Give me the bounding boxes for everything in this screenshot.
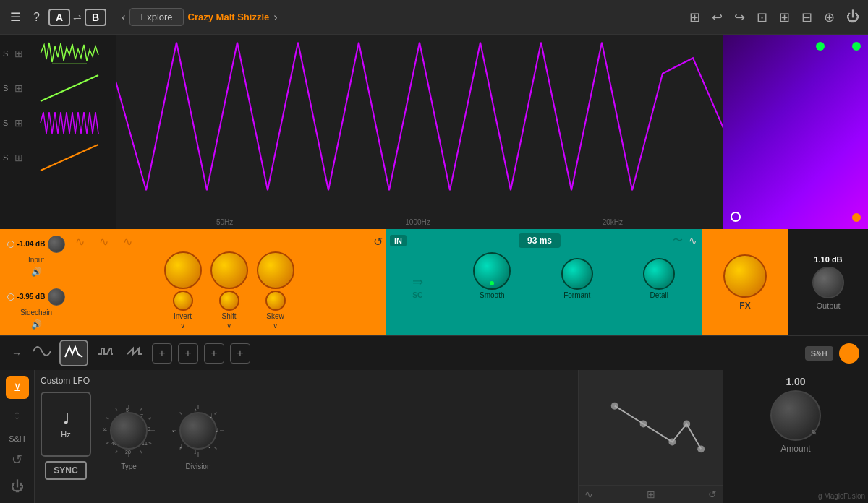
reset-icon[interactable]: ↺ xyxy=(373,235,383,249)
division-label: Division xyxy=(185,463,210,470)
type-knob[interactable] xyxy=(110,412,148,450)
a-button[interactable]: A xyxy=(48,9,70,26)
wave-custom-button[interactable] xyxy=(59,340,88,366)
grid-icon-1[interactable]: ⊞ xyxy=(14,48,23,59)
svg-text:9: 9 xyxy=(148,426,150,431)
view-button3[interactable]: ⊟ xyxy=(799,8,815,27)
xy-dot-bottom-left[interactable] xyxy=(731,212,741,222)
lfo-power-button[interactable]: ⏻ xyxy=(8,476,27,497)
sh-button[interactable]: S&H xyxy=(805,346,833,361)
b-button[interactable]: B xyxy=(85,9,106,26)
formant-label: Formant xyxy=(563,291,590,299)
grid-icon-4[interactable]: ⊞ xyxy=(14,152,23,163)
sidechain-label: Sidechain xyxy=(20,309,52,317)
xy-pad[interactable] xyxy=(723,35,868,229)
xy-dot-bottom-right[interactable] xyxy=(852,213,861,222)
amount-knob[interactable]: ✎ xyxy=(770,390,821,441)
waveform-mini-1[interactable] xyxy=(26,39,113,68)
lfo-up-button[interactable]: ↕ xyxy=(11,405,23,426)
strip-label-1: S xyxy=(3,49,12,58)
output-knob[interactable] xyxy=(812,267,844,298)
lfo-graph-grid-icon[interactable]: ⊞ xyxy=(647,489,655,500)
skew-knob[interactable] xyxy=(257,252,294,289)
nav-back[interactable]: ‹ xyxy=(122,11,125,24)
add-wave-1-button[interactable]: + xyxy=(152,343,172,364)
grid-icon-3[interactable]: ⊞ xyxy=(14,117,23,129)
lfo-tool-active-button[interactable]: ⊻ xyxy=(6,376,29,399)
preset-name[interactable]: Crazy Malt Shizzle xyxy=(188,12,270,22)
lfo-tools: ⊻ ↕ S&H ↺ ⏻ xyxy=(0,370,35,503)
shift-knob[interactable] xyxy=(210,252,248,289)
svg-line-11 xyxy=(106,442,109,444)
svg-line-8 xyxy=(140,450,142,452)
sync-button[interactable]: SYNC xyxy=(45,461,86,480)
detail-knob[interactable] xyxy=(643,258,675,290)
waveform-mini-4[interactable] xyxy=(26,143,113,172)
view-button4[interactable]: ⊕ xyxy=(821,8,838,27)
waveform-mini-2[interactable] xyxy=(26,74,113,103)
smooth-knob[interactable] xyxy=(473,252,511,290)
redo-button[interactable]: ↪ xyxy=(731,8,748,27)
invert-arrow[interactable]: ∨ xyxy=(180,322,185,330)
nav-forward[interactable]: › xyxy=(273,11,277,24)
undo-button[interactable]: ↩ xyxy=(709,8,726,27)
lfo-graph-reset-icon[interactable]: ↺ xyxy=(708,489,717,500)
sidechain-indicator xyxy=(7,293,14,301)
add-wave-3-button[interactable]: + xyxy=(204,343,224,364)
menu-button[interactable]: ☰ xyxy=(6,7,25,27)
ms-display[interactable]: 93 ms xyxy=(519,233,561,248)
grid-icon-2[interactable]: ⊞ xyxy=(14,82,23,94)
view-button2[interactable]: ⊞ xyxy=(776,8,793,27)
speaker-icon-1[interactable]: 🔊 xyxy=(31,267,42,277)
env-icon-3[interactable]: ∿ xyxy=(123,235,132,249)
input-knob[interactable] xyxy=(48,236,65,253)
shift-arrow[interactable]: ∨ xyxy=(226,322,231,330)
bottom-section: → + + + + S&H xyxy=(0,335,868,503)
output-section: 1.10 dB Output xyxy=(788,229,868,335)
modulation-route-button[interactable]: → xyxy=(9,345,25,362)
lfo-graph-toolbar: ∿ ⊞ ↺ xyxy=(579,485,723,503)
plugin-panel: -1.04 dB Input 🔊 -3.95 dB Sidechain 🔊 ∿ … xyxy=(0,229,868,335)
wave-sine-button[interactable] xyxy=(30,341,54,365)
speaker-icon-2[interactable]: 🔊 xyxy=(31,319,42,330)
lfo-inner: ♩ Hz SYNC xyxy=(41,392,572,480)
lfo-graph-display[interactable] xyxy=(579,370,723,485)
hz-box[interactable]: ♩ Hz xyxy=(41,392,91,457)
view-button1[interactable]: ⊡ xyxy=(754,8,770,27)
add-macro-button[interactable]: ⊞ xyxy=(686,8,703,27)
env-icon-1[interactable]: ∿ xyxy=(75,235,85,249)
invert-label: Invert xyxy=(174,312,192,320)
strip-row-2: S ⊞ xyxy=(3,72,113,104)
top-section: S ⊞ S ⊞ xyxy=(0,35,868,229)
wave-saw-button[interactable] xyxy=(123,341,146,365)
fx-knob[interactable] xyxy=(723,254,767,298)
sidechain-knob[interactable] xyxy=(48,288,65,306)
explore-button[interactable]: Explore xyxy=(129,8,183,26)
invert-knob[interactable] xyxy=(164,252,202,289)
add-wave-4-button[interactable]: + xyxy=(230,343,250,364)
proc-wave-icon[interactable]: ∿ xyxy=(689,235,697,246)
svg-text:♩: ♩ xyxy=(216,427,218,434)
svg-text:∞: ∞ xyxy=(103,426,106,431)
svg-line-10 xyxy=(116,450,117,452)
shift-small-knob[interactable] xyxy=(219,291,239,311)
add-wave-2-button[interactable]: + xyxy=(178,343,198,364)
proc-env-icon[interactable]: 〜 xyxy=(673,234,683,247)
lfo-reset-button[interactable]: ↺ xyxy=(9,449,25,470)
power-button[interactable]: ⏻ xyxy=(843,8,862,26)
type-knob-group: 5 7 9 11 20 40 ∞ Type xyxy=(100,402,158,470)
skew-small-knob[interactable] xyxy=(265,291,286,311)
lfo-graph-curve-icon[interactable]: ∿ xyxy=(584,489,593,500)
env-icon-2[interactable]: ∿ xyxy=(99,235,109,249)
lfo-graph: ∿ ⊞ ↺ xyxy=(579,370,723,503)
spectrum-display[interactable]: 50Hz 1000Hz 20kHz xyxy=(116,35,723,229)
left-strip: S ⊞ S ⊞ xyxy=(0,35,116,229)
sc-group: ⇒ SC xyxy=(412,274,423,299)
formant-knob[interactable] xyxy=(561,258,593,290)
wave-pulse-button[interactable] xyxy=(94,341,117,365)
skew-arrow[interactable]: ∨ xyxy=(273,322,278,330)
invert-small-knob[interactable] xyxy=(173,291,193,311)
waveform-mini-3[interactable] xyxy=(26,108,113,137)
proc-header: IN 93 ms 〜 ∿ xyxy=(390,233,697,248)
help-button[interactable]: ? xyxy=(29,8,44,27)
